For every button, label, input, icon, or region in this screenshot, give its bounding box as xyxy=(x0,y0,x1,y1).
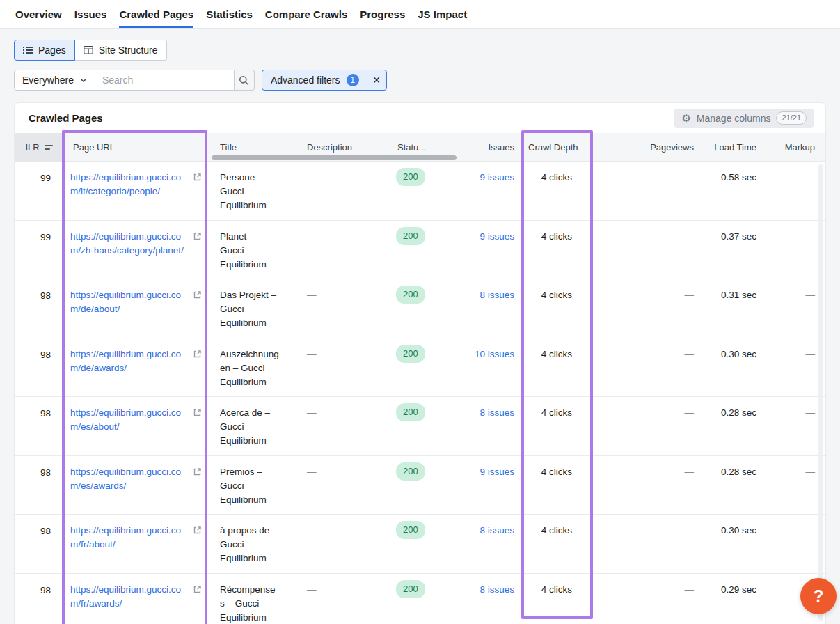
issues-cell: 8 issues xyxy=(460,515,517,573)
issues-link[interactable]: 8 issues xyxy=(480,407,514,418)
page-url-link[interactable]: https://equilibrium.gucci.com/de/about/ xyxy=(70,288,189,316)
issues-link[interactable]: 9 issues xyxy=(480,172,514,182)
card-header: Crawled Pages ⚙ Manage columns 21/21 xyxy=(15,103,825,133)
tab-overview[interactable]: Overview xyxy=(15,0,62,28)
description-cell: — xyxy=(299,397,377,455)
external-link-icon[interactable] xyxy=(193,350,202,359)
search-input[interactable] xyxy=(95,70,235,91)
external-link-icon[interactable] xyxy=(193,467,202,476)
pageviews-cell: — xyxy=(596,338,698,397)
external-link-icon[interactable] xyxy=(193,526,202,535)
markup-cell: — xyxy=(759,221,822,279)
crawled-pages-card: Crawled Pages ⚙ Manage columns 21/21 ILR… xyxy=(14,102,826,624)
page-url-link[interactable]: https://equilibrium.gucci.com/fr/about/ xyxy=(70,524,189,552)
pageviews-cell: — xyxy=(596,279,698,338)
page-url-link[interactable]: https://equilibrium.gucci.com/de/awards/ xyxy=(70,348,189,375)
advanced-filters-button[interactable]: Advanced filters 1 ✕ xyxy=(262,70,387,91)
table-row: 98 https://equilibrium.gucci.com/es/awar… xyxy=(15,456,825,515)
status-code-badge: 200 xyxy=(396,462,425,481)
issues-cell: 8 issues xyxy=(460,279,517,338)
column-header-title[interactable]: Title xyxy=(207,142,299,153)
issues-link[interactable]: 8 issues xyxy=(480,290,514,300)
pageviews-cell: — xyxy=(596,456,698,515)
column-header-page-url[interactable]: Page URL xyxy=(63,142,207,153)
table-grid-icon xyxy=(84,45,93,55)
table-row: 98 https://equilibrium.gucci.com/es/abou… xyxy=(15,397,825,456)
description-cell: — xyxy=(299,221,377,279)
column-header-markup[interactable]: Markup xyxy=(759,142,822,153)
column-header-issues[interactable]: Issues xyxy=(460,142,517,153)
load-time-cell: 0.37 sec xyxy=(698,221,759,279)
table-row: 99 https://equilibrium.gucci.com/zh-hans… xyxy=(15,221,825,280)
pages-view-button[interactable]: Pages xyxy=(14,40,75,61)
markup-cell: — xyxy=(759,515,822,573)
ilr-value: 98 xyxy=(15,397,63,455)
page-url-link[interactable]: https://equilibrium.gucci.com/zh-hans/ca… xyxy=(70,230,189,258)
view-toggle: Pages Site Structure xyxy=(14,40,167,61)
ilr-header-label: ILR xyxy=(25,142,39,153)
page-url-cell: https://equilibrium.gucci.com/es/about/ xyxy=(63,397,207,455)
status-cell: 200 xyxy=(377,456,460,515)
column-header-status-code[interactable]: Statu... xyxy=(377,142,460,153)
manage-columns-label: Manage columns xyxy=(697,113,771,124)
manage-columns-button[interactable]: ⚙ Manage columns 21/21 xyxy=(674,109,814,128)
table-row: 98 https://equilibrium.gucci.com/de/abou… xyxy=(15,279,825,338)
markup-cell: — xyxy=(759,162,822,220)
horizontal-scrollbar[interactable] xyxy=(212,155,457,160)
crawl-depth-cell: 4 clicks xyxy=(517,574,596,624)
clear-filters-button[interactable]: ✕ xyxy=(367,70,386,90)
description-cell: — xyxy=(299,574,377,624)
search-scope-select[interactable]: Everywhere xyxy=(14,70,95,91)
pageviews-cell: — xyxy=(596,397,698,455)
page-url-link[interactable]: https://equilibrium.gucci.com/it/categor… xyxy=(70,171,189,198)
column-header-crawl-depth[interactable]: Crawl Depth xyxy=(517,142,596,153)
page-title-cell: Auszeichnungen – Gucci Equilibrium xyxy=(207,338,299,397)
issues-link[interactable]: 10 issues xyxy=(475,349,514,359)
vertical-scrollbar[interactable] xyxy=(818,164,823,621)
issues-link[interactable]: 9 issues xyxy=(480,467,514,477)
column-header-pageviews[interactable]: Pageviews xyxy=(596,142,698,153)
external-link-icon[interactable] xyxy=(193,173,202,182)
search-icon xyxy=(239,75,249,86)
external-link-icon[interactable] xyxy=(193,408,202,417)
pageviews-cell: — xyxy=(596,574,698,624)
tab-issues[interactable]: Issues xyxy=(74,0,107,28)
tab-crawled-pages[interactable]: Crawled Pages xyxy=(119,0,193,28)
column-header-description[interactable]: Description xyxy=(299,142,377,153)
tab-compare-crawls[interactable]: Compare Crawls xyxy=(265,0,347,28)
table-header-row: ILR Page URL Title Description Statu... … xyxy=(15,133,825,162)
tab-statistics[interactable]: Statistics xyxy=(206,0,253,28)
external-link-icon[interactable] xyxy=(193,290,202,299)
tab-js-impact[interactable]: JS Impact xyxy=(418,0,467,28)
table-body: 99 https://equilibrium.gucci.com/it/cate… xyxy=(15,162,825,624)
description-cell: — xyxy=(299,162,377,220)
status-cell: 200 xyxy=(377,221,460,279)
page-url-link[interactable]: https://equilibrium.gucci.com/es/about/ xyxy=(70,406,189,434)
advanced-filters-label: Advanced filters xyxy=(262,75,347,86)
ilr-value: 98 xyxy=(15,574,63,624)
load-time-cell: 0.30 sec xyxy=(698,515,759,573)
issues-cell: 9 issues xyxy=(460,221,517,279)
pages-view-label: Pages xyxy=(38,45,66,56)
external-link-icon[interactable] xyxy=(193,232,202,241)
page-url-cell: https://equilibrium.gucci.com/fr/about/ xyxy=(63,515,207,573)
page-url-link[interactable]: https://equilibrium.gucci.com/es/awards/ xyxy=(70,465,189,493)
page-url-cell: https://equilibrium.gucci.com/fr/awards/ xyxy=(63,574,207,624)
issues-link[interactable]: 8 issues xyxy=(480,525,514,536)
column-header-ilr[interactable]: ILR xyxy=(15,133,63,162)
status-cell: 200 xyxy=(377,397,460,455)
issues-link[interactable]: 9 issues xyxy=(480,231,514,242)
site-structure-view-button[interactable]: Site Structure xyxy=(75,40,167,61)
markup-cell: — xyxy=(759,279,822,338)
tab-progress[interactable]: Progress xyxy=(360,0,405,28)
page-title-cell: Planet – Gucci Equilibrium xyxy=(207,221,299,279)
markup-cell: — xyxy=(759,338,822,397)
help-button[interactable]: ? xyxy=(800,578,837,614)
issues-link[interactable]: 8 issues xyxy=(480,584,514,595)
column-header-load-time[interactable]: Load Time xyxy=(698,142,759,153)
page-url-link[interactable]: https://equilibrium.gucci.com/fr/awards/ xyxy=(70,583,189,611)
load-time-cell: 0.28 sec xyxy=(698,397,759,455)
search-button[interactable] xyxy=(235,70,255,91)
external-link-icon[interactable] xyxy=(193,585,202,594)
page-title: Crawled Pages xyxy=(29,112,103,124)
